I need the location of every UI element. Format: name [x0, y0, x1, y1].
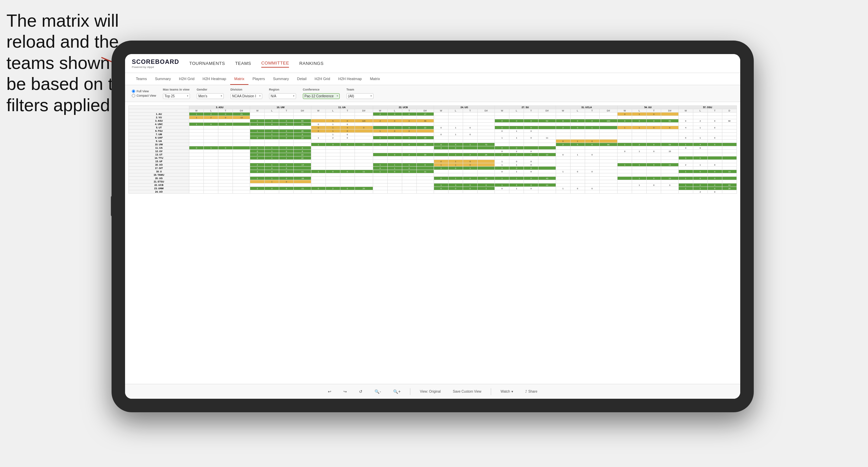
cell-10-1-1: 1: [265, 146, 279, 150]
max-teams-select[interactable]: Top 25: [163, 93, 190, 99]
sub-nav-h2h-grid2[interactable]: H2H Grid: [311, 73, 334, 85]
cell-19-5-1: 1: [509, 177, 524, 180]
matrix-content[interactable]: 3. ASU 10. UW 11. UA 22. UCB 24. UO 27. …: [125, 102, 740, 384]
cell-5-5-1: 1: [509, 129, 524, 133]
cell-0-3-1: 0: [387, 113, 402, 116]
cell-4-3-0: [373, 126, 387, 129]
cell-10-2-3: [355, 146, 373, 150]
cell-16-7-3: [661, 167, 678, 170]
cell-0-8-2: [707, 113, 722, 116]
compact-view-input[interactable]: [132, 94, 135, 97]
nav-tournaments[interactable]: TOURNAMENTS: [189, 59, 225, 67]
cell-13-0-3: [233, 156, 250, 160]
cell-18-8-3: [722, 173, 737, 177]
cell-12-1-3: 22: [294, 153, 311, 156]
cell-21-4-0: 1: [434, 183, 448, 187]
cell-1-5-1: [509, 116, 524, 119]
cell-18-4-2: [463, 173, 477, 177]
sh-l4: L: [387, 109, 402, 113]
division-select[interactable]: NCAA Division I: [231, 93, 262, 99]
cell-13-2-3: [355, 156, 373, 160]
sh-l7: L: [570, 109, 585, 113]
sub-nav-summary1[interactable]: Summary: [151, 73, 175, 85]
cell-17-7-2: [647, 170, 661, 173]
nav-teams[interactable]: TEAMS: [235, 59, 251, 67]
region-select[interactable]: N/A: [269, 93, 296, 99]
cell-5-3-1: 0: [387, 129, 402, 133]
view-original-button[interactable]: View: Original: [417, 388, 443, 395]
undo-button[interactable]: ↩: [325, 388, 334, 395]
cell-9-7-0: 1: [618, 143, 632, 146]
cell-12-5-3: 12: [538, 153, 556, 156]
reset-icon: ↺: [359, 389, 362, 394]
sub-nav-h2h-heatmap1[interactable]: H2H Heatmap: [198, 73, 230, 85]
cell-2-8-3: 60: [722, 119, 737, 123]
conference-select[interactable]: Pac-12 Conference: [303, 93, 340, 99]
sub-nav-summary2[interactable]: Summary: [269, 73, 293, 85]
cell-10-5-1: 0: [509, 146, 524, 150]
cell-1-3-1: [387, 116, 402, 119]
cell-3-2-2: 0: [340, 123, 355, 126]
cell-10-5-3: [538, 146, 556, 150]
cell-20-7-2: [647, 180, 661, 183]
cell-10-5-2: [524, 146, 538, 150]
redo-icon: ↪: [343, 389, 347, 394]
sub-nav-detail[interactable]: Detail: [293, 73, 311, 85]
cell-12-1-2: 1: [279, 153, 294, 156]
cell-15-0-1: [204, 163, 218, 167]
cell-21-7-2: 0: [647, 183, 661, 187]
cell-23-4-0: [434, 190, 448, 194]
table-row: 24. UO20: [129, 190, 737, 194]
row-label-5: 6. FSU: [129, 129, 189, 133]
cell-8-8-1: [693, 140, 707, 143]
gender-select[interactable]: Men's: [197, 93, 224, 99]
full-view-input[interactable]: [132, 90, 135, 93]
zoom-in-button[interactable]: 🔍+: [390, 388, 403, 395]
zoom-out-button[interactable]: 🔍-: [372, 388, 384, 395]
cell-14-6-0: [556, 160, 570, 163]
sub-nav-teams[interactable]: Teams: [132, 73, 151, 85]
save-custom-button[interactable]: Save Custom View: [450, 388, 484, 395]
cell-17-3-3: 11: [416, 170, 434, 173]
share-button[interactable]: ⤴ Share: [523, 388, 540, 395]
nav-committee[interactable]: COMMITTEE: [261, 59, 289, 68]
sh-w6: W: [495, 109, 509, 113]
cell-9-5-2: [524, 143, 538, 146]
sub-nav-h2h-grid1[interactable]: H2H Grid: [175, 73, 198, 85]
table-row: 14. TTU2112230: [129, 156, 737, 160]
cell-0-8-3: [722, 113, 737, 116]
redo-button[interactable]: ↪: [341, 388, 349, 395]
cell-20-0-1: [204, 180, 218, 183]
team-select[interactable]: (All): [346, 93, 373, 99]
sh-d9: D: [722, 109, 737, 113]
cell-2-5-2: 0: [524, 119, 538, 123]
cell-17-3-1: 0: [387, 170, 402, 173]
cell-7-1-3: 14: [294, 136, 311, 140]
max-teams-filter: Max teams in view Top 25: [163, 88, 190, 99]
compact-view-radio[interactable]: Compact View: [132, 94, 156, 97]
sub-nav-h2h-heatmap2[interactable]: H2H Heatmap: [334, 73, 366, 85]
sub-nav-players[interactable]: Players: [248, 73, 269, 85]
cell-19-1-0: 1: [250, 177, 265, 180]
cell-6-2-3: [355, 133, 373, 136]
sub-nav-matrix2[interactable]: Matrix: [366, 73, 384, 85]
watch-button[interactable]: Watch ▾: [498, 388, 516, 395]
sh-t2: T: [279, 109, 294, 113]
cell-20-3-1: [387, 180, 402, 183]
cell-17-0-2: [218, 170, 233, 173]
sub-nav-matrix1[interactable]: Matrix: [230, 73, 248, 85]
nav-rankings[interactable]: RANKINGS: [299, 59, 323, 67]
reset-button[interactable]: ↺: [356, 388, 365, 395]
cell-0-6-3: [599, 113, 618, 116]
cell-13-0-0: [189, 156, 204, 160]
separator1: [410, 388, 410, 395]
cell-3-4-0: [434, 123, 448, 126]
full-view-radio[interactable]: Full View: [132, 90, 156, 93]
cell-15-8-0: 2: [678, 163, 693, 167]
cell-18-4-0: [434, 173, 448, 177]
cell-18-7-3: [661, 173, 678, 177]
cell-13-2-2: [340, 156, 355, 160]
cell-12-5-2: 0: [524, 153, 538, 156]
cell-16-4-2: 1: [463, 167, 477, 170]
cell-11-6-3: [599, 150, 618, 153]
